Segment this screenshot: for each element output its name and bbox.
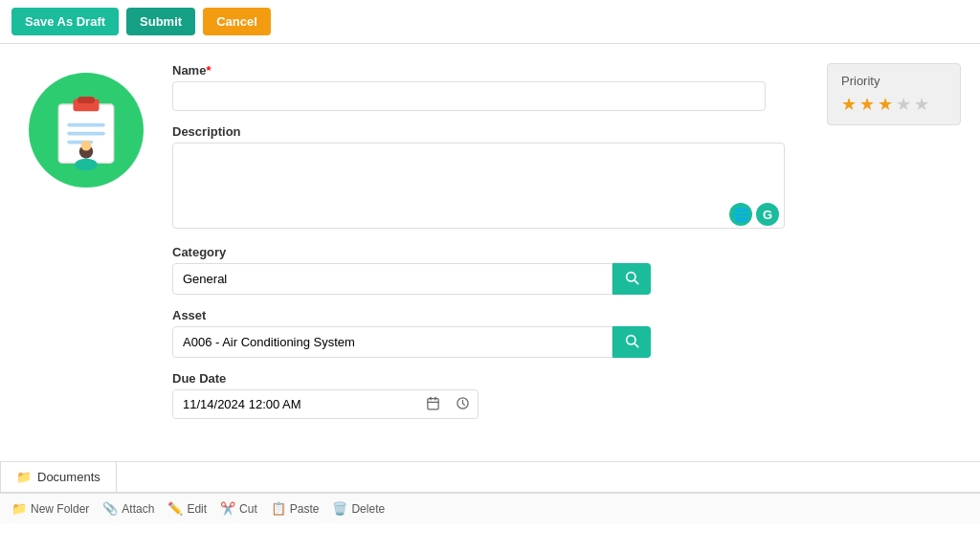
star-1[interactable]: ★ <box>841 94 857 115</box>
documents-section: 📁 Documents 📁 New Folder 📎 Attach ✏️ Edi… <box>0 461 980 523</box>
svg-line-10 <box>635 280 638 284</box>
star-4[interactable]: ★ <box>896 94 911 115</box>
asset-browse-button[interactable] <box>612 326 651 358</box>
category-label: Category <box>172 245 808 259</box>
due-date-field-group: Due Date 11/14/2024 12:00 AM <box>172 371 808 419</box>
category-field-group: Category General <box>172 245 808 295</box>
svg-rect-3 <box>67 123 105 127</box>
description-input[interactable] <box>172 143 785 229</box>
priority-label: Priority <box>841 74 947 88</box>
paste-button[interactable]: 📋 Paste <box>271 501 320 516</box>
required-indicator: * <box>206 63 211 77</box>
svg-rect-4 <box>67 132 105 136</box>
due-date-label: Due Date <box>172 371 808 386</box>
paste-icon: 📋 <box>271 501 286 516</box>
edit-icon: ✏️ <box>167 501 183 516</box>
description-label: Description <box>172 124 808 139</box>
grammarly-icon[interactable]: G <box>756 203 779 226</box>
description-field-group: Description 🌐 G <box>172 124 808 232</box>
attach-button[interactable]: 📎 Attach <box>102 501 154 516</box>
category-browse-button[interactable] <box>612 263 651 295</box>
documents-tab-bar: 📁 Documents <box>0 462 980 492</box>
svg-rect-13 <box>428 398 438 409</box>
documents-tab-label: Documents <box>37 470 100 484</box>
cut-icon: ✂️ <box>220 501 235 516</box>
due-date-input[interactable]: 11/14/2024 12:00 AM <box>173 390 418 418</box>
asset-label: Asset <box>172 308 808 322</box>
asset-input[interactable]: A006 - Air Conditioning System <box>172 326 612 358</box>
new-folder-button[interactable]: 📁 New Folder <box>11 501 89 516</box>
svg-point-8 <box>81 141 92 151</box>
asset-field-group: Asset A006 - Air Conditioning System <box>172 308 808 358</box>
textarea-icons: 🌐 G <box>729 203 779 226</box>
save-as-draft-button[interactable]: Save As Draft <box>11 8 119 35</box>
avatar <box>29 73 144 188</box>
submit-button[interactable]: Submit <box>126 8 195 35</box>
cut-button[interactable]: ✂️ Cut <box>220 501 257 516</box>
priority-stars: ★ ★ ★ ★ ★ <box>841 94 947 115</box>
folder-icon: 📁 <box>16 470 32 484</box>
translate-icon[interactable]: 🌐 <box>729 203 752 226</box>
priority-area: Priority ★ ★ ★ ★ ★ <box>827 63 961 432</box>
due-date-wrapper: 11/14/2024 12:00 AM <box>172 389 479 419</box>
svg-line-12 <box>635 343 638 347</box>
attach-icon: 📎 <box>102 501 118 516</box>
new-folder-icon: 📁 <box>11 501 27 516</box>
time-icon-button[interactable] <box>448 396 478 413</box>
documents-tab[interactable]: 📁 Documents <box>0 461 117 492</box>
category-input[interactable]: General <box>172 263 612 295</box>
delete-button[interactable]: 🗑️ Delete <box>332 501 385 516</box>
calendar-icon-button[interactable] <box>418 396 448 413</box>
avatar-area <box>19 63 153 432</box>
name-input[interactable] <box>172 81 766 111</box>
priority-box: Priority ★ ★ ★ ★ ★ <box>827 63 961 125</box>
star-5[interactable]: ★ <box>914 94 929 115</box>
star-3[interactable]: ★ <box>878 94 893 115</box>
main-content: Name* Description 🌐 G Category General <box>0 44 980 442</box>
name-field-group: Name* <box>172 63 808 111</box>
name-label: Name* <box>172 63 808 77</box>
svg-rect-2 <box>78 97 95 103</box>
delete-icon: 🗑️ <box>332 501 347 516</box>
form-area: Name* Description 🌐 G Category General <box>172 63 808 432</box>
star-2[interactable]: ★ <box>859 94 875 115</box>
asset-input-row: A006 - Air Conditioning System <box>172 326 651 358</box>
description-wrapper: 🌐 G <box>172 143 785 232</box>
toolbar: Save As Draft Submit Cancel <box>0 0 980 44</box>
clipboard-icon <box>43 87 129 173</box>
cancel-button[interactable]: Cancel <box>203 8 271 35</box>
category-input-row: General <box>172 263 651 295</box>
documents-toolbar: 📁 New Folder 📎 Attach ✏️ Edit ✂️ Cut 📋 P… <box>0 493 980 523</box>
svg-point-7 <box>75 159 97 171</box>
edit-button[interactable]: ✏️ Edit <box>167 501 207 516</box>
